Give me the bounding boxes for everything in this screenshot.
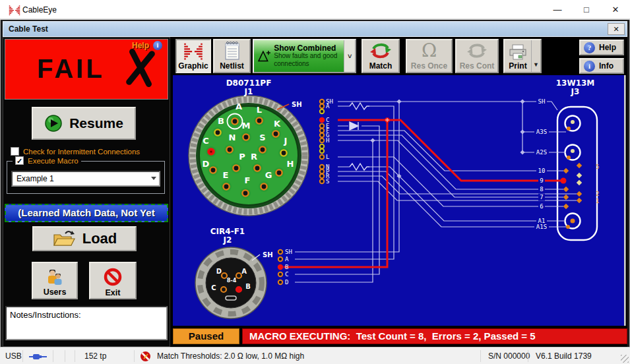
j3-pin-left [563,195,569,200]
match-button[interactable]: Match [362,39,400,73]
exit-button[interactable]: Exit [89,262,137,299]
intermittent-label: Check for Intermittent Connections [23,148,140,156]
graphic-button[interactable]: Graphic [175,39,211,73]
j1-pin-letter-K: K [274,119,281,129]
paused-badge: Paused [173,328,239,344]
j2-pin-B [236,287,241,292]
j1-terminal-A [320,104,324,108]
macro-banner-label: MACRO EXECUTING: [249,330,350,342]
res-cont-button[interactable]: Res Cont [455,39,499,73]
notes-label: Notes/Instructions: [10,310,81,320]
users-button[interactable]: Users [32,262,78,299]
minimize-button[interactable]: — [543,0,572,19]
maximize-button[interactable]: □ [572,0,601,19]
graphic-label: Graphic [178,61,208,71]
j3-pin-9-highlight [561,178,567,184]
j3-pin-right [577,198,582,203]
intermittent-checkbox[interactable] [11,147,19,156]
show-combined-chevron[interactable]: ˅ [344,40,355,72]
j1-terminal-N [320,165,324,169]
chevron-down-icon [151,177,156,180]
res-once-button[interactable]: Ω Res Once [406,39,453,73]
wire-shield-vertical [295,102,399,252]
macro-selected-value: Example 1 [16,174,54,183]
help-label[interactable]: Help [132,41,149,50]
info-icon[interactable]: i [153,41,162,50]
fail-label: FAIL [37,54,105,84]
info-ball-icon: i [584,61,595,72]
fail-x-mark-icon [125,47,156,88]
j3-row-label-A2S: A2S [536,149,547,156]
j1-pin-letter-M: M [242,121,251,131]
j3-row-label-10: 10 [538,167,546,174]
omega-icon: Ω [422,40,437,61]
fail-indicator: FAIL Help i [5,40,168,99]
j1-pin-M [243,134,249,140]
help-label: Help [599,43,616,52]
j2-pin-A [236,273,241,278]
help-button[interactable]: ? Help [579,40,624,55]
info-button[interactable]: i Info [579,58,624,74]
j1-terminal-label-S: S [326,178,329,185]
resistor-icon [350,103,369,109]
netlist-label: Netlist [220,61,244,71]
netlist-button[interactable]: Netlist [213,39,251,73]
j1-connector-body [189,96,309,216]
match-thresholds: Match Thresholds: 2.0 Ω low, 1.0 MΩ high [157,351,304,361]
execute-macro-group: ✓ Execute Macro Example 1 [7,161,165,194]
cable-test-titlebar[interactable]: Cable Test ✕ [3,21,627,37]
j1-pin-A [232,118,237,124]
learned-match-status: (Learned Match Data, Not Yet [5,204,168,222]
status-bar: USB 152 tp Match Thresholds: 2.0 Ω low, … [0,347,630,364]
print-label: Print [509,61,526,71]
j1-pin-J [280,150,286,156]
j2-pin-letter-C: C [211,284,216,291]
j3-coax-a3s-dot [567,127,571,131]
j1-pin-B [214,129,220,135]
j2-terminal-C [278,272,282,276]
print-dropdown-caret[interactable]: ▼ [531,40,540,72]
show-combined-button[interactable]: Show Combined Show faults and good conne… [253,39,356,73]
j1-terminal-L [320,155,324,159]
j1-pin-letter-C: C [203,136,209,146]
close-button[interactable]: ✕ [601,0,630,19]
execute-macro-checkbox[interactable]: ✓ [15,156,24,165]
resize-grip[interactable] [621,355,629,363]
app-title: CableEye [22,5,57,15]
j2-terminal-D [278,280,282,284]
notepad-icon [223,40,241,61]
j1-terminal-P [320,169,324,173]
intermittent-checkbox-row[interactable]: Check for Intermittent Connections [11,147,140,156]
j3-coax-a1-center [571,219,575,224]
app-window: CableEye — □ ✕ Cable Test ✕ FAIL Help i [0,0,630,364]
testpoint-count: 152 tp [84,351,106,361]
match-arrows-icon [369,41,392,61]
notes-box[interactable]: Notes/Instructions: [5,306,168,340]
j2-pin-letter-A: A [241,268,247,275]
macro-dropdown[interactable]: Example 1 [11,171,160,187]
j1-pin-letter-J: J [284,136,288,146]
j1-pin-letter-B: B [218,116,224,126]
version-info: V6.1 Build 1739 [536,351,592,361]
delta-plus-icon [257,46,271,67]
cable-test-close-button[interactable]: ✕ [608,23,625,35]
resume-button[interactable]: Resume [32,107,136,140]
j2-ref-label: J2 [223,235,232,245]
j1-pin-F [242,190,248,196]
print-main[interactable]: Print [505,40,531,72]
execute-macro-row[interactable]: ✓ Execute Macro [13,156,81,165]
j3-pin-right [577,191,582,197]
printer-icon [509,44,527,61]
j1-pin-letter-L: L [257,105,262,115]
j1-pin-letter-E: E [223,170,229,180]
res-once-label: Res Once [411,61,447,71]
j2-pin-C [221,287,226,292]
j2-pin-letter-D: D [216,268,222,275]
load-button[interactable]: Load [32,226,137,251]
j1-pin-letter-N: N [229,133,236,142]
j1-terminal-SH [320,100,324,104]
j1-part-label: D80711PF [226,78,272,88]
j1-pin-G [261,183,267,189]
print-button[interactable]: Print ▼ [503,39,542,73]
j1-terminal-nc [320,149,324,153]
